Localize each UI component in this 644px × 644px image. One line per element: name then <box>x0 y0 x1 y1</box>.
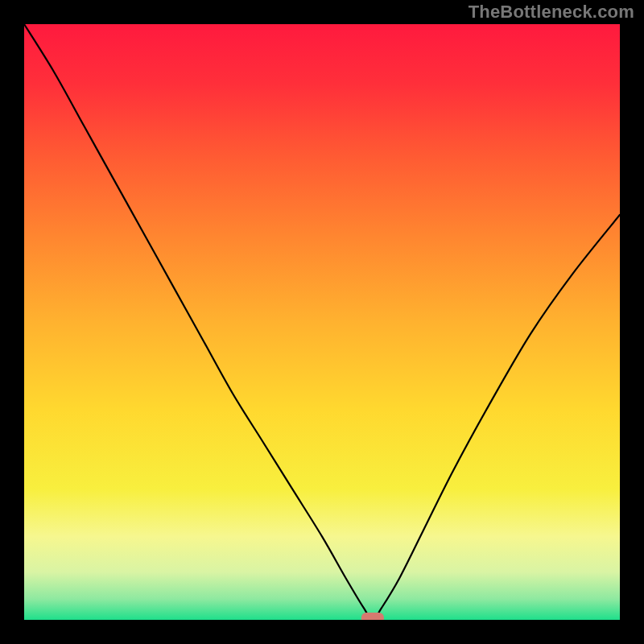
watermark-text: TheBottleneck.com <box>469 2 634 23</box>
plot-area <box>24 24 620 620</box>
chart-frame: TheBottleneck.com <box>0 0 644 644</box>
gradient-background <box>24 24 620 620</box>
min-marker <box>361 613 384 620</box>
plot-svg <box>24 24 620 620</box>
